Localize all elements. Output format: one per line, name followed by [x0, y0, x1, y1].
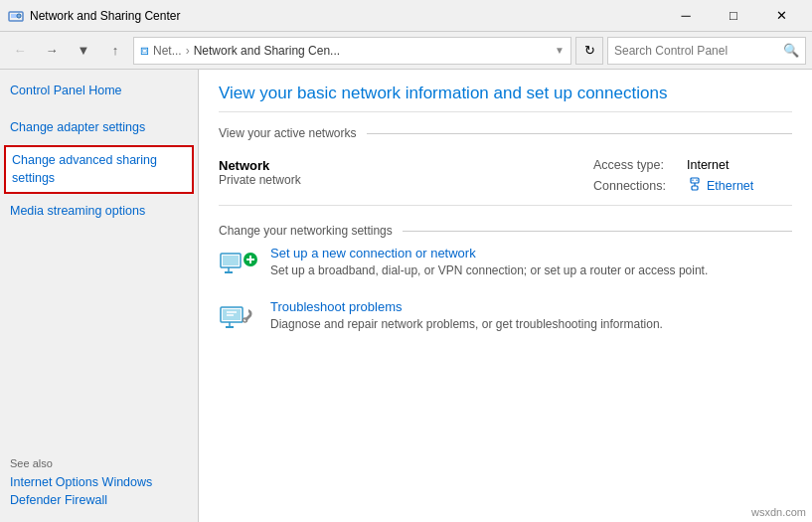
sidebar-item-change-advanced[interactable]: Change advanced sharing settings: [12, 153, 157, 186]
close-button[interactable]: ✕: [758, 0, 804, 32]
access-type-row: Access type: Internet: [593, 158, 792, 172]
sidebar-item-media-streaming[interactable]: Media streaming options: [10, 202, 188, 221]
svg-rect-10: [223, 256, 239, 265]
search-box[interactable]: 🔍: [607, 37, 806, 65]
main-layout: Control Panel Home Change adapter settin…: [0, 70, 812, 522]
network-details: Access type: Internet Connections:: [593, 158, 792, 195]
search-icon: 🔍: [783, 43, 799, 58]
setting-item-troubleshoot: Troubleshoot problems Diagnose and repai…: [219, 299, 792, 339]
refresh-button[interactable]: ↻: [575, 37, 603, 65]
minimize-button[interactable]: ─: [663, 0, 709, 32]
breadcrumb-icon: ⧈: [140, 42, 149, 59]
title-bar: Network and Sharing Center ─ □ ✕: [0, 0, 812, 32]
svg-point-3: [18, 15, 20, 17]
new-connection-icon: [219, 246, 258, 285]
ethernet-link[interactable]: Ethernet: [707, 179, 753, 193]
setting-2-desc: Diagnose and repair network problems, or…: [270, 317, 663, 331]
change-networking-label: Change your networking settings: [219, 224, 792, 238]
svg-point-22: [244, 318, 247, 322]
dropdown-button[interactable]: ▼: [70, 37, 97, 65]
app-icon: [8, 8, 24, 24]
network-name: Network: [219, 158, 593, 173]
sidebar-item-change-adapter[interactable]: Change adapter settings: [10, 118, 188, 137]
address-path[interactable]: ⧈ Net... › Network and Sharing Cen... ▼: [133, 37, 571, 65]
setting-item-new-connection: Set up a new connection or network Set u…: [219, 246, 792, 285]
back-button[interactable]: ←: [6, 37, 34, 65]
window-controls: ─ □ ✕: [663, 0, 804, 32]
maximize-button[interactable]: □: [711, 0, 756, 32]
access-type-value: Internet: [687, 158, 729, 172]
title-bar-text: Network and Sharing Center: [30, 9, 663, 23]
setting-2-title[interactable]: Troubleshoot problems: [270, 299, 663, 314]
svg-rect-12: [225, 271, 233, 273]
breadcrumb-item-2[interactable]: Network and Sharing Cen...: [194, 44, 340, 58]
connections-label: Connections:: [593, 179, 683, 193]
sidebar-item-internet-options[interactable]: Internet Options: [10, 475, 98, 489]
troubleshoot-icon: [219, 299, 258, 339]
breadcrumb-dropdown-arrow[interactable]: ▼: [555, 45, 565, 56]
setting-1-desc: Set up a broadband, dial-up, or VPN conn…: [270, 263, 708, 277]
watermark: wsxdn.com: [751, 506, 806, 518]
see-also-label: See also: [10, 457, 188, 469]
setting-2-text: Troubleshoot problems Diagnose and repai…: [270, 299, 663, 331]
connections-row: Connections: Ethernet: [593, 176, 792, 195]
sidebar-item-change-advanced-highlighted[interactable]: Change advanced sharing settings: [4, 145, 194, 195]
sidebar: Control Panel Home Change adapter settin…: [0, 70, 199, 522]
svg-rect-4: [691, 178, 699, 183]
svg-rect-6: [692, 186, 698, 190]
content-area: View your basic network information and …: [199, 70, 812, 522]
active-networks-block: Network Private network Access type: Int…: [219, 148, 792, 206]
access-type-label: Access type:: [593, 158, 683, 172]
ethernet-icon: [687, 176, 703, 195]
change-settings-section: Change your networking settings: [219, 224, 792, 339]
breadcrumb-separator: ›: [186, 44, 190, 58]
svg-rect-1: [11, 14, 17, 18]
setting-1-title[interactable]: Set up a new connection or network: [270, 246, 708, 261]
network-type: Private network: [219, 173, 593, 187]
forward-button[interactable]: →: [38, 37, 66, 65]
sidebar-bottom: See also Internet Options Windows Defend…: [10, 447, 188, 511]
setting-1-text: Set up a new connection or network Set u…: [270, 246, 708, 277]
active-networks-label: View your active networks: [219, 126, 792, 140]
page-title: View your basic network information and …: [219, 84, 792, 112]
sidebar-item-control-panel-home[interactable]: Control Panel Home: [10, 82, 188, 100]
breadcrumb-item-1[interactable]: Net...: [153, 44, 182, 58]
search-input[interactable]: [614, 44, 779, 58]
up-button[interactable]: ↑: [101, 37, 129, 65]
svg-rect-21: [226, 326, 234, 328]
network-name-block: Network Private network: [219, 158, 593, 187]
address-bar: ← → ▼ ↑ ⧈ Net... › Network and Sharing C…: [0, 32, 812, 70]
